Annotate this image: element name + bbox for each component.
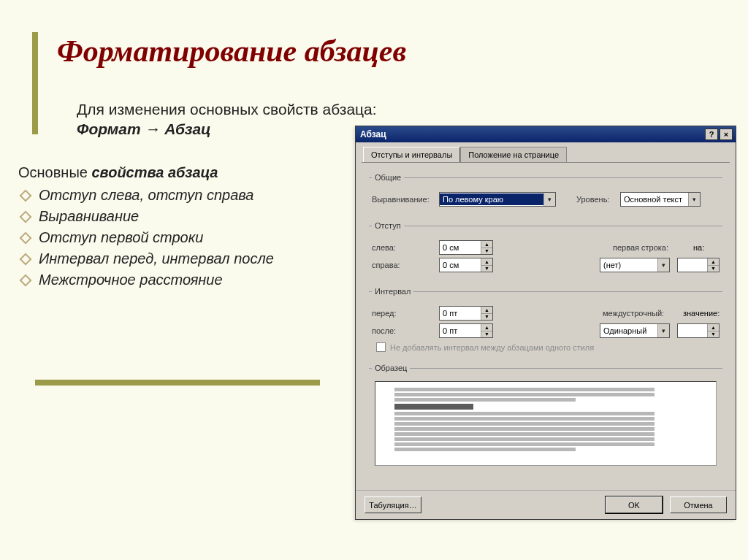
bullet-icon	[20, 231, 32, 244]
group-general: Общие Выравнивание: По левому краю Урове…	[369, 173, 722, 211]
legend-indent: Отступ	[372, 221, 404, 230]
bullet-icon	[20, 210, 32, 223]
tab-indents-spacing[interactable]: Отступы и интервалы	[363, 147, 460, 162]
chevron-down-icon[interactable]	[657, 324, 669, 337]
cancel-button[interactable]: Отмена	[670, 496, 727, 513]
close-button[interactable]: ×	[720, 129, 733, 140]
select-first-line[interactable]: (нет)	[600, 258, 670, 272]
spinner-buttons[interactable]: ▲▼	[481, 324, 492, 337]
spinner-before[interactable]: 0 пт ▲▼	[439, 306, 493, 321]
spinner-left[interactable]: 0 см ▲▼	[439, 240, 493, 255]
label-left: слева:	[372, 243, 439, 252]
spinner-right[interactable]: 0 см ▲▼	[439, 258, 493, 272]
slide-title: Форматирование абзацев	[57, 34, 406, 69]
intro-text: Для изменения основных свойств абзаца:	[77, 99, 588, 119]
spinner-after[interactable]: 0 пт ▲▼	[439, 323, 493, 338]
group-indent: Отступ слева: 0 см ▲▼ первая строка: на:…	[369, 221, 722, 277]
label-alignment: Выравнивание:	[372, 195, 439, 204]
accent-bar-vertical	[32, 32, 38, 134]
group-spacing: Интервал перед: 0 пт ▲▼ междустрочный: з…	[369, 287, 722, 353]
legend-spacing: Интервал	[372, 287, 413, 296]
bullet-item: Интервал перед, интервал после	[18, 250, 332, 267]
label-by2: значение:	[683, 309, 720, 318]
label-before: перед:	[372, 309, 439, 318]
dialog-title: Абзац	[359, 129, 703, 139]
label-by1: на:	[693, 243, 720, 252]
paragraph-dialog: Абзац ? × Отступы и интервалы Положение …	[355, 126, 736, 520]
bullet-icon	[20, 274, 32, 286]
chevron-down-icon[interactable]	[657, 258, 669, 272]
dialog-titlebar[interactable]: Абзац ? ×	[356, 126, 736, 142]
bullet-icon	[20, 253, 32, 265]
spinner-by1[interactable]: ▲▼	[677, 258, 720, 272]
legend-sample: Образец	[372, 364, 410, 372]
chevron-down-icon[interactable]	[688, 193, 700, 206]
checkbox-box[interactable]	[376, 342, 386, 352]
spinner-by2[interactable]: ▲▼	[677, 323, 720, 338]
checkbox-no-space-same-style[interactable]: Не добавлять интервал между абзацами одн…	[376, 342, 720, 352]
bullet-item: Отступ первой строки	[18, 229, 332, 246]
accent-bar-horizontal	[35, 380, 320, 386]
dialog-button-row: Табуляция… OK Отмена	[356, 490, 736, 519]
bullet-item: Выравнивание	[18, 208, 332, 225]
spinner-buttons[interactable]: ▲▼	[481, 307, 492, 320]
properties-section: Основные свойства абзаца Отступ слева, о…	[18, 164, 332, 293]
ok-button[interactable]: OK	[606, 496, 663, 513]
spinner-buttons[interactable]: ▲▼	[481, 258, 492, 272]
spinner-buttons[interactable]: ▲▼	[707, 258, 719, 272]
tab-page-position[interactable]: Положение на странице	[460, 147, 567, 162]
sample-preview	[375, 381, 717, 466]
select-level[interactable]: Основной текст	[620, 192, 701, 207]
tabs-button[interactable]: Табуляция…	[365, 496, 421, 513]
properties-heading: Основные свойства абзаца	[18, 164, 332, 181]
label-line-spacing: междустрочный:	[603, 309, 683, 318]
legend-general: Общие	[372, 173, 404, 182]
label-first-line: первая строка:	[613, 243, 693, 252]
select-line-spacing[interactable]: Одинарный	[600, 323, 670, 338]
group-sample: Образец	[369, 364, 722, 467]
bullet-icon	[20, 189, 32, 202]
label-after: после:	[372, 326, 439, 335]
help-button[interactable]: ?	[705, 129, 718, 140]
bullet-item: Межстрочное расстояние	[18, 272, 332, 288]
chevron-down-icon[interactable]	[543, 193, 555, 206]
bullet-item: Отступ слева, отступ справа	[18, 187, 332, 204]
label-right: справа:	[372, 261, 439, 269]
spinner-buttons[interactable]: ▲▼	[707, 324, 719, 337]
select-alignment[interactable]: По левому краю	[439, 192, 556, 207]
label-level: Уровень:	[576, 195, 620, 204]
tab-content: Общие Выравнивание: По левому краю Урове…	[362, 162, 730, 483]
spinner-buttons[interactable]: ▲▼	[481, 241, 492, 254]
